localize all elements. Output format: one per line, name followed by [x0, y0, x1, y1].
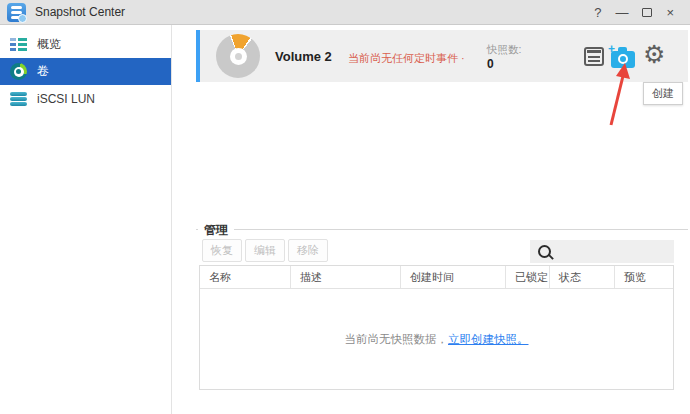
snapshot-count-label: 快照数:	[487, 43, 521, 57]
search-input[interactable]	[557, 239, 690, 264]
remove-button[interactable]: 移除	[288, 239, 328, 262]
close-button[interactable]: ×	[666, 6, 674, 19]
sidebar-item-label: 卷	[37, 63, 49, 80]
search-icon	[538, 245, 551, 258]
window-title: Snapshot Center	[35, 5, 125, 19]
edit-button[interactable]: 编辑	[245, 239, 285, 262]
restore-button[interactable]: 恢复	[202, 239, 242, 262]
empty-state-text: 当前尚无快照数据，	[345, 332, 449, 347]
sidebar-item-label: 概览	[37, 36, 61, 53]
management-legend: 管理	[198, 222, 234, 239]
column-header-name[interactable]: 名称	[200, 266, 291, 288]
sidebar-item-iscsi-lun[interactable]: iSCSI LUN	[0, 85, 171, 112]
column-header-created-time[interactable]: 创建时间	[401, 266, 506, 288]
snapshot-count-value: 0	[487, 57, 494, 71]
clock-badge-icon	[18, 14, 27, 23]
sidebar: 概览 卷 iSCSI LUN	[0, 25, 172, 414]
sidebar-item-label: iSCSI LUN	[37, 92, 95, 106]
schedule-calendar-icon[interactable]	[584, 47, 604, 66]
volume-panel: Volume 2 当前尚无任何定时事件 · 快照数: 0 + ⚙	[196, 30, 688, 82]
schedule-status-text[interactable]: 当前尚无任何定时事件 ·	[348, 51, 465, 66]
minimize-button[interactable]: —	[615, 6, 628, 19]
sidebar-item-volume[interactable]: 卷	[0, 58, 171, 85]
settings-gear-icon[interactable]: ⚙	[643, 42, 665, 67]
section-divider	[196, 229, 688, 230]
column-header-locked[interactable]: 已锁定	[506, 266, 550, 288]
snapshot-center-window: Snapshot Center ? — × 概览 卷	[0, 0, 690, 414]
titlebar: Snapshot Center ? — ×	[0, 0, 690, 25]
search-box[interactable]	[530, 240, 674, 263]
column-header-status[interactable]: 状态	[550, 266, 615, 288]
camera-body-icon	[611, 51, 635, 68]
volume-donut-icon	[10, 63, 27, 80]
maximize-button[interactable]	[642, 8, 652, 17]
table-header-row: 名称 描述 创建时间 已锁定 状态 预览	[200, 266, 673, 289]
main-content: Volume 2 当前尚无任何定时事件 · 快照数: 0 + ⚙ 创建 管理 恢…	[172, 25, 690, 414]
window-controls: ? — ×	[594, 6, 690, 19]
column-header-preview[interactable]: 预览	[615, 266, 673, 288]
volume-usage-pie-icon	[216, 34, 260, 78]
take-snapshot-camera-icon[interactable]: +	[608, 45, 636, 69]
table-empty-state: 当前尚无快照数据， 立即创建快照。	[200, 289, 673, 390]
overview-list-icon	[10, 36, 27, 53]
create-tooltip: 创建	[643, 82, 683, 105]
column-header-description[interactable]: 描述	[291, 266, 401, 288]
sidebar-item-overview[interactable]: 概览	[0, 31, 171, 58]
app-icon	[7, 3, 26, 22]
volume-name: Volume 2	[275, 49, 332, 64]
iscsi-lun-disks-icon	[10, 90, 27, 107]
create-snapshot-link[interactable]: 立即创建快照。	[448, 332, 529, 347]
panel-accent-bar	[196, 30, 200, 82]
snapshot-table: 名称 描述 创建时间 已锁定 状态 预览 当前尚无快照数据， 立即创建快照。	[199, 265, 674, 390]
help-button[interactable]: ?	[594, 6, 601, 19]
